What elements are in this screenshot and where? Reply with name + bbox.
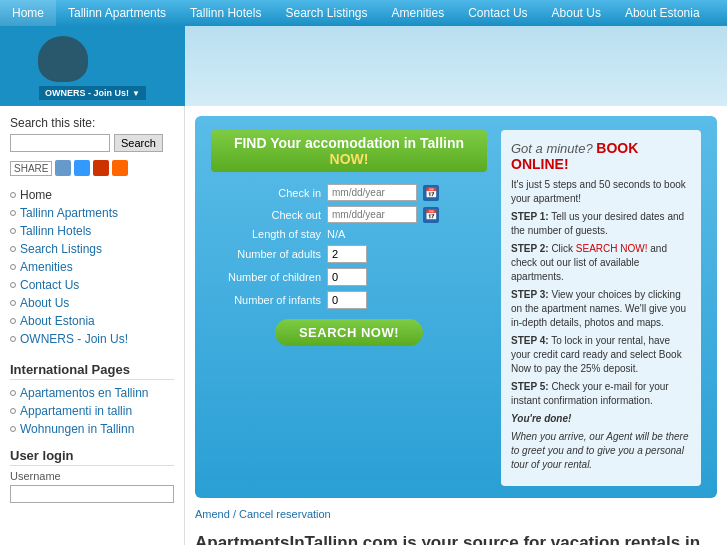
sidebar-search-listings-link[interactable]: Search Listings xyxy=(20,242,102,256)
nav-contact-us[interactable]: Contact Us xyxy=(456,0,539,26)
booking-title: FIND Your accomodation in Tallinn NOW! xyxy=(211,130,487,172)
intl-item-italian[interactable]: Appartamenti in tallin xyxy=(10,402,174,420)
bullet-icon xyxy=(10,192,16,198)
checkout-calendar-icon[interactable]: 📅 xyxy=(423,207,439,223)
username-input[interactable] xyxy=(10,485,174,503)
logo-area: OWNERS - Join Us! ▼ xyxy=(0,26,185,106)
delicious-icon[interactable] xyxy=(74,160,90,176)
sidebar-item-amenities[interactable]: Amenities xyxy=(10,258,174,276)
length-label: Length of stay xyxy=(211,228,321,240)
nav-amenities[interactable]: Amenities xyxy=(380,0,457,26)
intl-german-link[interactable]: Wohnungen in Tallinn xyxy=(20,422,134,436)
owners-join-link[interactable]: OWNERS - Join Us! ▼ xyxy=(39,86,146,100)
step1-text: STEP 1: Tell us your desired dates and t… xyxy=(511,210,691,238)
intl-pages-list: Apartamentos en Tallinn Appartamenti in … xyxy=(10,384,174,438)
sidebar-owners-link[interactable]: OWNERS - Join Us! xyxy=(20,332,128,346)
search-button[interactable]: Search xyxy=(114,134,163,152)
share-label: SHARE xyxy=(10,161,52,176)
infants-input[interactable]: 0 xyxy=(327,291,367,309)
sidebar-amenities-link[interactable]: Amenities xyxy=(20,260,73,274)
sidebar-nav-list: Home Tallinn Apartments Tallinn Hotels S… xyxy=(10,186,174,348)
nav-home[interactable]: Home xyxy=(0,0,56,26)
bullet-icon xyxy=(10,408,16,414)
search-label: Search this site: xyxy=(10,116,174,130)
booking-right-panel: Got a minute? BOOK ONLINE! It's just 5 s… xyxy=(501,130,701,486)
checkin-calendar-icon[interactable]: 📅 xyxy=(423,185,439,201)
checkout-label: Check out xyxy=(211,209,321,221)
checkin-label: Check in xyxy=(211,187,321,199)
step5-text: STEP 5: Check your e-mail for your insta… xyxy=(511,380,691,408)
nav-about-estonia[interactable]: About Estonia xyxy=(613,0,712,26)
checkin-input[interactable] xyxy=(327,184,417,201)
username-label: Username xyxy=(10,470,174,482)
sidebar-item-tallinn-hotels[interactable]: Tallinn Hotels xyxy=(10,222,174,240)
digg-icon[interactable] xyxy=(93,160,109,176)
sidebar-about-estonia-link[interactable]: About Estonia xyxy=(20,314,95,328)
bullet-icon xyxy=(10,282,16,288)
got-minute-text: Got a minute? xyxy=(511,141,593,156)
bullet-icon xyxy=(10,426,16,432)
children-input[interactable]: 0 xyxy=(327,268,367,286)
sidebar-item-search-listings[interactable]: Search Listings xyxy=(10,240,174,258)
sidebar-item-about-estonia[interactable]: About Estonia xyxy=(10,312,174,330)
now-text: NOW! xyxy=(330,151,369,167)
checkout-row: Check out 📅 xyxy=(211,206,487,223)
intro-text: It's just 5 steps and 50 seconds to book… xyxy=(511,178,691,206)
sidebar-tallinn-apartments-link[interactable]: Tallinn Apartments xyxy=(20,206,118,220)
intl-item-spanish[interactable]: Apartamentos en Tallinn xyxy=(10,384,174,402)
sidebar: Search this site: Search SHARE Home Tall… xyxy=(0,106,185,545)
amend-cancel-link[interactable]: Amend / Cancel reservation xyxy=(195,508,717,520)
intl-italian-link[interactable]: Appartamenti in tallin xyxy=(20,404,132,418)
bullet-icon xyxy=(10,300,16,306)
book-online-title: Got a minute? BOOK ONLINE! xyxy=(511,140,691,172)
sidebar-contact-us-link[interactable]: Contact Us xyxy=(20,278,79,292)
sidebar-tallinn-hotels-link[interactable]: Tallinn Hotels xyxy=(20,224,91,238)
length-row: Length of stay N/A xyxy=(211,228,487,240)
share-bar: SHARE xyxy=(10,160,174,176)
length-value: N/A xyxy=(327,228,345,240)
find-text: FIND Your accomodation in Tallinn xyxy=(234,135,464,151)
bookmark-icon[interactable] xyxy=(55,160,71,176)
done-text: You're done! xyxy=(511,412,691,426)
main-heading: ApartmentsInTallinn.com is your source f… xyxy=(195,532,717,545)
step3-text: STEP 3: View your choices by clicking on… xyxy=(511,288,691,330)
user-login-title: User login xyxy=(10,448,174,466)
step4-text: STEP 4: To lock in your rental, have you… xyxy=(511,334,691,376)
sidebar-item-about-us[interactable]: About Us xyxy=(10,294,174,312)
step2-text: STEP 2: Click SEARCH NOW! and check out … xyxy=(511,242,691,284)
bullet-icon xyxy=(10,336,16,342)
main-content: FIND Your accomodation in Tallinn NOW! C… xyxy=(185,106,727,545)
infants-label: Number of infants xyxy=(211,294,321,306)
top-navigation: Home Tallinn Apartments Tallinn Hotels S… xyxy=(0,0,727,26)
sidebar-item-home[interactable]: Home xyxy=(10,186,174,204)
sidebar-about-us-link[interactable]: About Us xyxy=(20,296,69,310)
intl-pages-title: International Pages xyxy=(10,362,174,380)
checkin-row: Check in 📅 xyxy=(211,184,487,201)
intl-item-german[interactable]: Wohnungen in Tallinn xyxy=(10,420,174,438)
agent-text: When you arrive, our Agent will be there… xyxy=(511,430,691,472)
sidebar-home-label: Home xyxy=(20,188,52,202)
children-row: Number of children 0 xyxy=(211,268,487,286)
bullet-icon xyxy=(10,228,16,234)
booking-widget: FIND Your accomodation in Tallinn NOW! C… xyxy=(195,116,717,498)
sidebar-item-owners[interactable]: OWNERS - Join Us! xyxy=(10,330,174,348)
sidebar-item-tallinn-apartments[interactable]: Tallinn Apartments xyxy=(10,204,174,222)
nav-tallinn-apartments[interactable]: Tallinn Apartments xyxy=(56,0,178,26)
search-input[interactable] xyxy=(10,134,110,152)
adults-input[interactable]: 2 xyxy=(327,245,367,263)
nav-about-us[interactable]: About Us xyxy=(540,0,613,26)
nav-search-listings[interactable]: Search Listings xyxy=(273,0,379,26)
bullet-icon xyxy=(10,210,16,216)
reddit-icon[interactable] xyxy=(112,160,128,176)
search-now-button[interactable]: SEARCH NOW! xyxy=(275,319,423,346)
checkout-input[interactable] xyxy=(327,206,417,223)
booking-steps: It's just 5 steps and 50 seconds to book… xyxy=(511,178,691,472)
children-label: Number of children xyxy=(211,271,321,283)
intl-spanish-link[interactable]: Apartamentos en Tallinn xyxy=(20,386,149,400)
nav-tallinn-hotels[interactable]: Tallinn Hotels xyxy=(178,0,273,26)
infants-row: Number of infants 0 xyxy=(211,291,487,309)
sidebar-item-contact-us[interactable]: Contact Us xyxy=(10,276,174,294)
search-row: Search xyxy=(10,134,174,152)
bullet-icon xyxy=(10,246,16,252)
adults-label: Number of adults xyxy=(211,248,321,260)
